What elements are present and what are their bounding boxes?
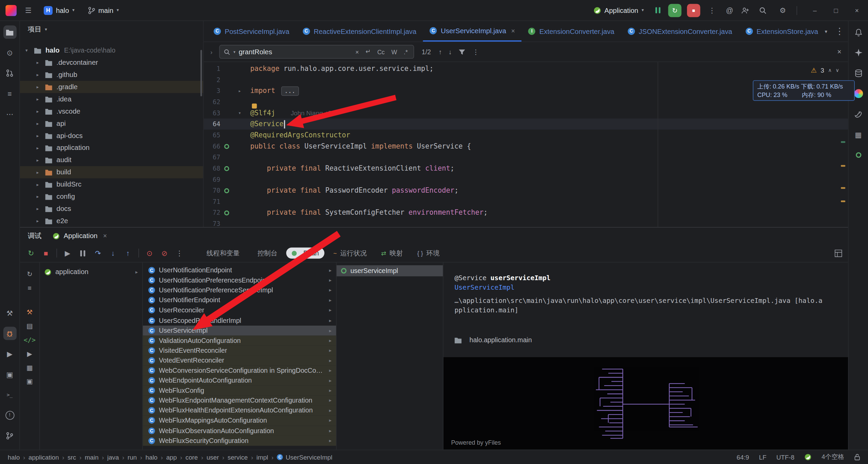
chevron-right-icon[interactable]: ▸ [326, 398, 332, 403]
words-toggle[interactable]: W [390, 49, 399, 55]
editor-tab[interactable]: C UserServiceImpl.java × [423, 21, 522, 41]
chevron-right-icon[interactable]: ▸ [37, 206, 45, 211]
selected-bean-item[interactable]: userServiceImpl [337, 265, 443, 276]
breadcrumb-item[interactable]: › C user [198, 454, 219, 461]
project-tree-item[interactable]: ▸ .vscode [20, 105, 203, 117]
pause-button[interactable] [653, 4, 663, 16]
folded-code[interactable]: ... [281, 86, 299, 96]
debug-view-tab[interactable]: 控制台 [249, 247, 283, 259]
step-over-button[interactable]: ↷ [94, 249, 102, 257]
project-tree-item[interactable]: ▸ .idea [20, 93, 203, 105]
close-tab-icon[interactable]: × [511, 27, 515, 35]
breadcrumb-item[interactable]: › C run [119, 454, 137, 461]
regex-toggle[interactable]: .* [402, 49, 410, 55]
branch-widget[interactable]: main ▾ [84, 5, 123, 16]
table-view-icon[interactable]: ▣ [24, 376, 35, 387]
next-problem-icon[interactable]: ∨ [835, 65, 839, 76]
breadcrumb-item[interactable]: › C halo [137, 454, 157, 461]
next-occurrence-icon[interactable]: ↓ [449, 48, 452, 56]
code-line[interactable]: 2 [204, 74, 848, 85]
code-line[interactable]: 1package run.halo.app.core.user.service.… [204, 63, 848, 74]
breadcrumb-item[interactable]: › C src [59, 454, 76, 461]
version-control-tool-icon[interactable] [3, 429, 16, 442]
code-line[interactable]: 65@RequiredArgsConstructor [204, 130, 848, 141]
bean-list-item[interactable]: C WebEndpointAutoConfiguration ▸ [143, 375, 336, 386]
grid-view-icon[interactable]: ▦ [24, 362, 35, 373]
more-tools-icon[interactable]: ⋯ [3, 108, 16, 121]
chevron-right-icon[interactable]: ▸ [326, 297, 332, 303]
previous-occurrence-icon[interactable]: ↑ [439, 48, 442, 56]
editor-tab[interactable]: I ExtensionConverter.java × [522, 21, 621, 41]
previous-problem-icon[interactable]: ∧ [828, 65, 832, 76]
search-query[interactable]: grantRoles [239, 48, 350, 56]
debug-tool-icon[interactable] [3, 327, 16, 340]
code-line[interactable]: 71 [204, 196, 848, 207]
editor-tab[interactable]: C PostServiceImpl.java × [207, 21, 296, 41]
chevron-right-icon[interactable]: ▸ [37, 72, 45, 77]
bean-list-item[interactable]: C UserNotifierEndpoint ▸ [143, 295, 336, 306]
mute-breakpoints-button[interactable]: ⊘ [160, 249, 169, 257]
breadcrumb-item[interactable]: › C core [177, 454, 198, 461]
project-tree-item[interactable]: ▸ buildSrc [20, 178, 203, 191]
pause-program-button[interactable] [78, 247, 87, 259]
chevron-right-icon[interactable]: ▸ [326, 337, 332, 343]
bean-list-item[interactable]: C UserNotificationPreferencesEndpoint ▸ [143, 275, 336, 286]
view-breakpoints-button[interactable]: ⊙ [145, 249, 154, 257]
project-tree-item[interactable]: ▸ api-docs [20, 130, 203, 142]
debug-view-tab[interactable]: ~ 运行状况 [328, 247, 372, 259]
project-tree-item[interactable]: ▸ e2e [20, 215, 203, 227]
bean-list-item[interactable]: C WebFluxObservationAutoConfiguration ▸ [143, 426, 336, 436]
bean-list-item[interactable]: C WebFluxSecurityConfiguration ▸ [143, 436, 336, 446]
chevron-down-icon[interactable]: ▾ [25, 48, 34, 53]
filter-list-icon[interactable]: ≡ [24, 283, 35, 294]
bean-list-item[interactable]: C VisitedEventReconciler ▸ [143, 345, 336, 355]
build-icon[interactable]: ⚒ [24, 307, 35, 318]
chevron-right-icon[interactable]: ▸ [326, 378, 332, 383]
step-into-button[interactable]: ↓ [108, 249, 117, 257]
bean-list-item[interactable]: C UserReconciler ▸ [143, 305, 336, 315]
project-widget[interactable]: H halo ▾ [40, 4, 79, 16]
project-tree-item[interactable]: ▸ docs [20, 203, 203, 215]
build-tool-icon[interactable]: ⚒ [3, 306, 16, 320]
chevron-right-icon[interactable]: ▸ [326, 408, 332, 413]
breadcrumb-item[interactable]: › C UserServiceImpl [268, 454, 332, 461]
ai-assistant-tool-icon[interactable] [852, 46, 865, 59]
indent-setting[interactable]: 4个空格 [822, 453, 844, 461]
refresh-beans-icon[interactable]: ↻ [24, 269, 35, 280]
git-blame-hint[interactable]: John Niang +7 [291, 110, 332, 116]
bean-list-item[interactable]: C WebConversionServiceConfiguration in S… [143, 365, 336, 375]
bean-list-item[interactable]: C ValidationAutoConfiguration ▸ [143, 335, 336, 346]
chevron-right-icon[interactable]: ▸ [37, 121, 45, 126]
code-line[interactable]: 70 private final PasswordEncoder passwor… [204, 185, 848, 196]
chevron-right-icon[interactable]: ▸ [326, 268, 332, 273]
search-options-icon[interactable]: ⋮ [472, 48, 479, 56]
project-tree-item[interactable]: ▸ .gradle [20, 81, 203, 93]
more-actions-icon[interactable]: ⋮ [706, 4, 718, 16]
search-history-icon[interactable]: ▾ [233, 50, 235, 54]
step-out-button[interactable]: ↑ [123, 249, 132, 257]
filter-icon[interactable] [458, 49, 466, 55]
search-field[interactable]: ▾ grantRoles × ↵ Cc W .* [219, 45, 414, 59]
chevron-right-icon[interactable]: ▸ [37, 60, 45, 65]
bean-list-item[interactable]: C UserScopedPatHandlerImpl ▸ [143, 315, 336, 326]
breadcrumb-item[interactable]: › C application [20, 454, 59, 461]
line-separator[interactable]: LF [759, 454, 766, 461]
file-encoding[interactable]: UTF-8 [776, 454, 794, 461]
bean-list-item[interactable]: C UserNotificationPreferenceServiceImpl … [143, 285, 336, 295]
debug-view-tab[interactable]: 线程和变量 [198, 247, 245, 259]
chevron-right-icon[interactable]: ▸ [326, 348, 332, 353]
clear-search-icon[interactable]: × [354, 49, 360, 55]
bean-list-item[interactable]: C VotedEventReconciler ▸ [143, 355, 336, 366]
chevron-right-icon[interactable]: ▸ [37, 109, 45, 114]
code-line[interactable]: 67 [204, 152, 848, 163]
editor-tab[interactable]: C ReactiveExtensionClientImpl.java × [296, 21, 423, 41]
project-tree-item[interactable]: ▸ application [20, 142, 203, 154]
chevron-right-icon[interactable]: ▸ [37, 194, 45, 199]
run-configuration-widget[interactable]: Application ▾ [589, 5, 648, 16]
structure-tool-icon[interactable]: ≡ [3, 87, 16, 100]
chevron-right-icon[interactable]: ▸ [326, 277, 332, 283]
project-root-item[interactable]: ▾ halo E:\java-code\halo [20, 44, 203, 57]
debug-view-tab[interactable]: { } 环境 [412, 247, 445, 259]
code-line[interactable]: 63▾@Slf4jJohn Niang +7 [204, 108, 848, 119]
chevron-right-icon[interactable]: ▸ [326, 288, 332, 293]
